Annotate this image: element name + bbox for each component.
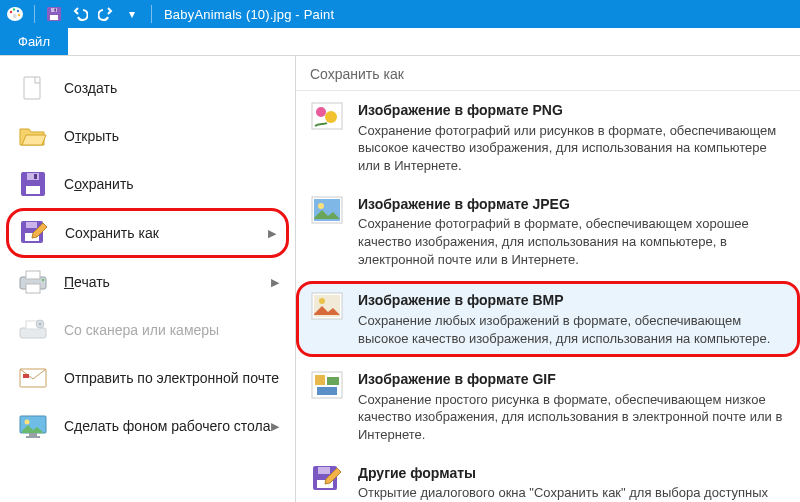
file-tab[interactable]: Файл bbox=[0, 28, 68, 55]
format-bmp-title: Изображение в формате BMP bbox=[358, 291, 786, 310]
menu-save[interactable]: Сохранить bbox=[6, 160, 289, 208]
svg-point-3 bbox=[17, 10, 19, 12]
menu-email-label: Отправить по электронной почте bbox=[64, 370, 279, 386]
submenu-arrow-icon: ▶ bbox=[268, 227, 276, 240]
undo-icon[interactable] bbox=[71, 5, 89, 23]
svg-point-21 bbox=[42, 279, 44, 281]
png-thumb-icon bbox=[310, 101, 344, 131]
menu-open[interactable]: Открыть bbox=[6, 112, 289, 160]
format-gif[interactable]: Изображение в формате GIF Сохранение про… bbox=[296, 360, 800, 454]
menu-print-label: Печать bbox=[64, 274, 110, 290]
svg-point-2 bbox=[13, 8, 15, 10]
svg-point-40 bbox=[319, 298, 325, 304]
qat-dropdown-icon[interactable]: ▾ bbox=[123, 5, 141, 23]
email-icon bbox=[16, 363, 50, 393]
svg-rect-43 bbox=[327, 377, 339, 385]
svg-rect-7 bbox=[50, 15, 58, 20]
svg-point-31 bbox=[25, 420, 30, 425]
redo-icon[interactable] bbox=[97, 5, 115, 23]
qat-separator bbox=[34, 5, 35, 23]
print-icon bbox=[16, 267, 50, 297]
svg-rect-47 bbox=[318, 467, 330, 474]
svg-rect-12 bbox=[26, 186, 40, 194]
svg-rect-8 bbox=[51, 8, 57, 12]
format-bmp-desc: Сохранение любых изображений в формате, … bbox=[358, 312, 786, 347]
qat-separator-2 bbox=[151, 5, 152, 23]
format-png[interactable]: Изображение в формате PNG Сохранение фот… bbox=[296, 91, 800, 185]
save-disk-icon bbox=[16, 169, 50, 199]
menu-email[interactable]: Отправить по электронной почте bbox=[6, 354, 289, 402]
open-icon bbox=[16, 121, 50, 151]
svg-rect-27 bbox=[23, 374, 29, 378]
svg-point-33 bbox=[316, 107, 326, 117]
jpeg-thumb-icon bbox=[310, 195, 344, 225]
file-menu: Создать Открыть Сохранить Сохранить как … bbox=[0, 56, 296, 502]
bmp-thumb-icon bbox=[310, 291, 344, 321]
menu-wallpaper-label: Сделать фоном рабочего стола bbox=[64, 418, 271, 434]
menu-save-as-label: Сохранить как bbox=[65, 225, 159, 241]
backstage-view: Создать Открыть Сохранить Сохранить как … bbox=[0, 56, 800, 502]
svg-rect-17 bbox=[26, 222, 37, 228]
menu-scanner-label: Со сканера или камеры bbox=[64, 322, 219, 338]
save-as-submenu: Сохранить как Изображение в формате PNG … bbox=[296, 56, 800, 502]
svg-rect-42 bbox=[315, 375, 325, 385]
save-as-icon bbox=[17, 218, 51, 248]
gif-thumb-icon bbox=[310, 370, 344, 400]
format-png-desc: Сохранение фотографий или рисунков в фор… bbox=[358, 122, 786, 175]
scanner-icon bbox=[16, 315, 50, 345]
submenu-arrow-icon: ▶ bbox=[271, 276, 279, 289]
format-gif-title: Изображение в формате GIF bbox=[358, 370, 786, 389]
format-other-desc: Открытие диалогового окна "Сохранить как… bbox=[358, 484, 786, 502]
format-jpeg[interactable]: Изображение в формате JPEG Сохранение фо… bbox=[296, 185, 800, 279]
svg-rect-19 bbox=[26, 271, 40, 279]
svg-point-25 bbox=[39, 323, 42, 326]
svg-rect-30 bbox=[26, 436, 40, 438]
menu-save-label: Сохранить bbox=[64, 176, 134, 192]
titlebar: ▾ BabyAnimals (10).jpg - Paint bbox=[0, 0, 800, 28]
submenu-header: Сохранить как bbox=[296, 56, 800, 91]
menu-save-as[interactable]: Сохранить как ▶ bbox=[6, 208, 289, 258]
svg-rect-10 bbox=[24, 77, 40, 99]
menu-open-label: Открыть bbox=[64, 128, 119, 144]
format-jpeg-title: Изображение в формате JPEG bbox=[358, 195, 786, 214]
save-icon[interactable] bbox=[45, 5, 63, 23]
svg-rect-20 bbox=[26, 284, 40, 293]
svg-rect-5 bbox=[13, 14, 17, 18]
format-other[interactable]: Другие форматы Открытие диалогового окна… bbox=[296, 454, 800, 502]
svg-point-4 bbox=[18, 14, 20, 16]
svg-point-37 bbox=[318, 203, 324, 209]
menu-create[interactable]: Создать bbox=[6, 64, 289, 112]
format-other-title: Другие форматы bbox=[358, 464, 786, 483]
svg-point-34 bbox=[325, 111, 337, 123]
menu-wallpaper[interactable]: Сделать фоном рабочего стола ▶ bbox=[6, 402, 289, 450]
format-bmp[interactable]: Изображение в формате BMP Сохранение люб… bbox=[296, 281, 800, 357]
format-png-title: Изображение в формате PNG bbox=[358, 101, 786, 120]
menu-print[interactable]: Печать ▶ bbox=[6, 258, 289, 306]
menu-scanner: Со сканера или камеры bbox=[6, 306, 289, 354]
ribbon: Файл bbox=[0, 28, 800, 56]
other-formats-icon bbox=[310, 464, 344, 494]
svg-rect-14 bbox=[34, 174, 37, 179]
svg-rect-13 bbox=[27, 173, 39, 180]
menu-create-label: Создать bbox=[64, 80, 117, 96]
quick-access-toolbar: ▾ bbox=[6, 5, 154, 23]
svg-rect-44 bbox=[317, 387, 337, 395]
svg-point-1 bbox=[10, 11, 12, 13]
svg-rect-9 bbox=[55, 9, 57, 12]
format-jpeg-desc: Сохранение фотографий в формате, обеспеч… bbox=[358, 215, 786, 268]
app-icon bbox=[6, 5, 24, 23]
window-title: BabyAnimals (10).jpg - Paint bbox=[164, 7, 334, 22]
wallpaper-icon bbox=[16, 411, 50, 441]
submenu-arrow-icon: ▶ bbox=[271, 420, 279, 433]
new-icon bbox=[16, 73, 50, 103]
svg-rect-29 bbox=[29, 433, 37, 436]
format-gif-desc: Сохранение простого рисунка в формате, о… bbox=[358, 391, 786, 444]
